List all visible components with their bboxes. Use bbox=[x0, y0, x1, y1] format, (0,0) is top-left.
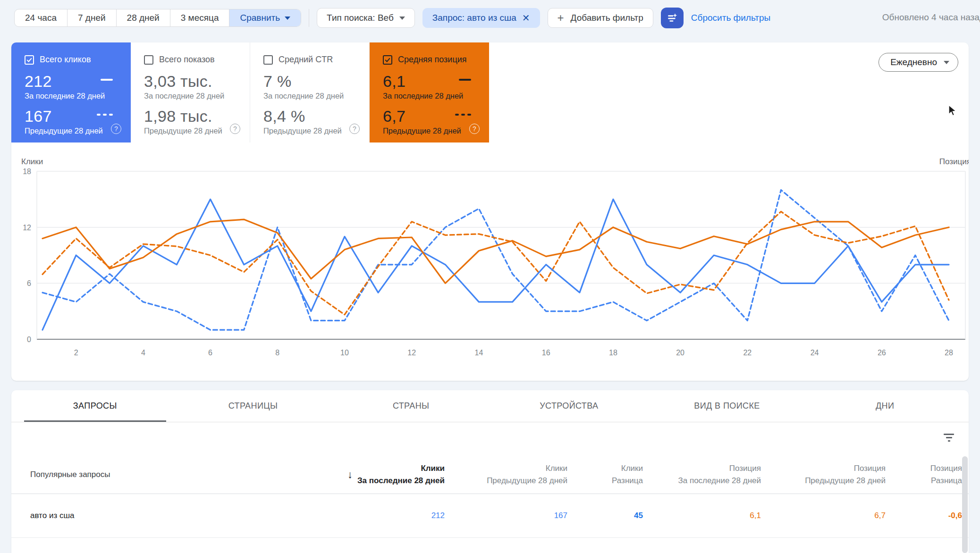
metric-label-current: За последние 28 дней bbox=[263, 92, 352, 101]
tab-search-appearance[interactable]: ВИД В ПОИСКЕ bbox=[648, 390, 806, 422]
help-icon[interactable]: ? bbox=[469, 124, 480, 134]
compare-button[interactable]: Сравнить bbox=[229, 9, 301, 26]
range-7d-button[interactable]: 7 дней bbox=[67, 9, 116, 26]
card-title: Средняя позиция bbox=[398, 55, 467, 65]
checkbox-unchecked-icon[interactable] bbox=[263, 55, 273, 65]
reset-filters-link[interactable]: Сбросить фильтры bbox=[691, 13, 770, 23]
svg-text:6: 6 bbox=[27, 279, 31, 287]
granularity-label: Ежедневно bbox=[890, 57, 937, 67]
tab-devices[interactable]: УСТРОЙСТВА bbox=[490, 390, 648, 422]
svg-text:22: 22 bbox=[743, 349, 752, 357]
svg-text:6: 6 bbox=[208, 349, 212, 357]
query-filter-chip[interactable]: Запрос: авто из сша ✕ bbox=[422, 8, 540, 28]
svg-text:28: 28 bbox=[945, 349, 953, 357]
search-type-chip[interactable]: Тип поиска: Веб bbox=[317, 8, 415, 28]
tab-pages[interactable]: СТРАНИЦЫ bbox=[174, 390, 332, 422]
column-header-position-diff[interactable]: ПозицияРазница bbox=[886, 462, 962, 486]
svg-text:12: 12 bbox=[23, 224, 31, 232]
metric-value-previous: 1,98 тыс. bbox=[144, 107, 233, 126]
toolbar-divider bbox=[309, 9, 309, 27]
column-header-position-previous[interactable]: ПозицияПредыдущие 28 дней bbox=[761, 462, 886, 486]
metric-value-current: 212 bbox=[25, 72, 114, 91]
svg-text:14: 14 bbox=[475, 349, 483, 357]
performance-panel: Всего кликов 212 За последние 28 дней 16… bbox=[11, 42, 969, 381]
column-header-position-current[interactable]: ПозицияЗа последние 28 дней bbox=[643, 462, 761, 486]
solid-line-indicator bbox=[459, 79, 471, 81]
add-filter-button[interactable]: + Добавить фильтр bbox=[548, 8, 653, 28]
add-filter-label: Добавить фильтр bbox=[571, 13, 643, 23]
table-scrollbar[interactable] bbox=[962, 456, 968, 553]
svg-text:0: 0 bbox=[27, 335, 31, 344]
tab-queries[interactable]: ЗАПРОСЫ bbox=[16, 390, 174, 422]
plus-icon: + bbox=[558, 12, 564, 24]
chevron-down-icon bbox=[944, 61, 949, 64]
metric-value-current: 3,03 тыс. bbox=[144, 72, 233, 91]
filter-toolbar: 24 часа 7 дней 28 дней 3 месяца Сравнить… bbox=[0, 0, 980, 36]
granularity-dropdown[interactable]: Ежедневно bbox=[879, 53, 958, 72]
range-24h-button[interactable]: 24 часа bbox=[15, 9, 67, 26]
svg-text:20: 20 bbox=[676, 349, 684, 357]
metric-cards: Всего кликов 212 За последние 28 дней 16… bbox=[11, 42, 969, 142]
table-filter-icon[interactable] bbox=[943, 434, 955, 444]
tab-days[interactable]: ДНИ bbox=[806, 390, 964, 422]
table-row-header: Популярные запросы bbox=[11, 470, 266, 479]
query-filter-label: Запрос: авто из сша bbox=[432, 13, 516, 23]
card-title: Всего кликов bbox=[40, 55, 91, 65]
svg-text:4: 4 bbox=[141, 349, 145, 357]
svg-text:8: 8 bbox=[275, 349, 279, 357]
card-title: Всего показов bbox=[159, 55, 215, 65]
mouse-cursor bbox=[948, 105, 959, 117]
checkbox-unchecked-icon[interactable] bbox=[144, 55, 153, 65]
metric-label-previous: Предыдущие 28 дней bbox=[25, 126, 114, 135]
card-average-position[interactable]: Средняя позиция 6,1 За последние 28 дней… bbox=[370, 42, 489, 142]
table-toolbar bbox=[11, 422, 969, 455]
chevron-down-icon bbox=[285, 17, 290, 20]
search-type-label: Тип поиска: Веб bbox=[327, 13, 394, 23]
range-3m-button[interactable]: 3 месяца bbox=[170, 9, 229, 26]
position-diff-cell: -0,6 bbox=[886, 511, 962, 520]
dashed-line-indicator bbox=[97, 114, 113, 116]
help-icon[interactable]: ? bbox=[230, 124, 240, 134]
checkbox-checked-icon[interactable] bbox=[383, 55, 392, 65]
query-cell[interactable]: авто из сша bbox=[11, 511, 266, 520]
metric-label-current: За последние 28 дней bbox=[25, 92, 114, 101]
svg-text:24: 24 bbox=[811, 349, 819, 357]
column-header-clicks-previous[interactable]: КликиПредыдущие 28 дней bbox=[445, 462, 567, 486]
svg-text:26: 26 bbox=[878, 349, 886, 357]
solid-line-indicator bbox=[101, 79, 113, 81]
column-header-clicks-current[interactable]: ↓ КликиЗа последние 28 дней bbox=[266, 462, 445, 486]
metric-value-previous: 6,7 bbox=[383, 107, 472, 126]
help-icon[interactable]: ? bbox=[111, 124, 121, 134]
checkbox-checked-icon[interactable] bbox=[25, 55, 34, 65]
position-previous-cell: 6,7 bbox=[761, 511, 886, 520]
position-current-cell: 6,1 bbox=[643, 511, 761, 520]
card-title: Средний CTR bbox=[279, 55, 333, 65]
svg-text:18: 18 bbox=[23, 168, 31, 176]
filter-tune-button[interactable] bbox=[661, 8, 684, 28]
table-row[interactable]: авто из сша 212 167 45 6,1 6,7 -0,6 bbox=[11, 494, 969, 538]
card-average-ctr[interactable]: Средний CTR 7 % За последние 28 дней 8,4… bbox=[250, 42, 370, 142]
card-total-clicks[interactable]: Всего кликов 212 За последние 28 дней 16… bbox=[11, 42, 131, 142]
range-28d-button[interactable]: 28 дней bbox=[116, 9, 170, 26]
compare-label: Сравнить bbox=[240, 13, 280, 23]
column-header-clicks-diff[interactable]: КликиРазница bbox=[567, 462, 643, 486]
metric-label-previous: Предыдущие 28 дней bbox=[144, 126, 233, 135]
tune-sparkle-icon bbox=[666, 12, 678, 24]
clicks-current-cell: 212 bbox=[266, 511, 445, 520]
clicks-previous-cell: 167 bbox=[445, 511, 567, 520]
metric-label-current: За последние 28 дней bbox=[383, 92, 472, 101]
chevron-down-icon bbox=[399, 17, 405, 20]
metric-value-previous: 8,4 % bbox=[263, 107, 352, 126]
svg-text:16: 16 bbox=[542, 349, 550, 357]
metric-value-current: 6,1 bbox=[383, 72, 472, 91]
svg-text:Клики: Клики bbox=[21, 157, 43, 166]
metric-value-current: 7 % bbox=[263, 72, 352, 91]
card-total-impressions[interactable]: Всего показов 3,03 тыс. За последние 28 … bbox=[131, 42, 250, 142]
dashed-line-indicator bbox=[455, 114, 471, 116]
close-icon[interactable]: ✕ bbox=[522, 13, 530, 23]
svg-text:Позиция: Позиция bbox=[939, 157, 969, 166]
dimension-tabs: ЗАПРОСЫ СТРАНИЦЫ СТРАНЫ УСТРОЙСТВА ВИД В… bbox=[11, 390, 969, 422]
sort-desc-icon: ↓ bbox=[347, 467, 353, 482]
help-icon[interactable]: ? bbox=[349, 124, 360, 134]
tab-countries[interactable]: СТРАНЫ bbox=[332, 390, 490, 422]
